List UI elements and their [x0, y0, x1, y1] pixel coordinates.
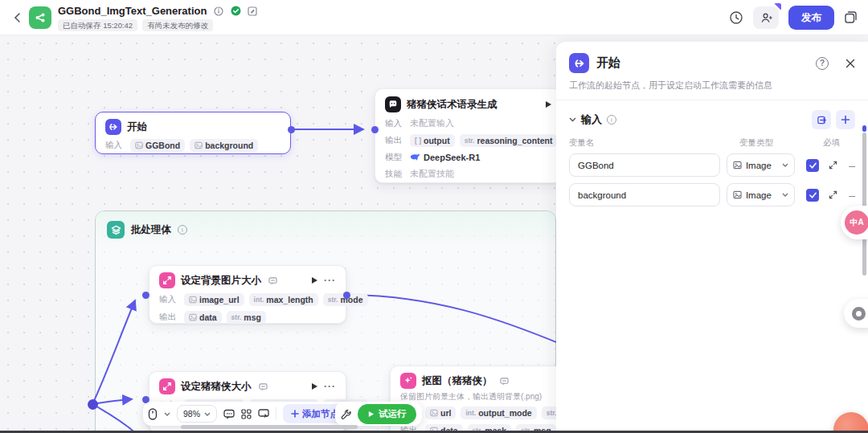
panel-scrollbar[interactable]	[862, 133, 866, 276]
resize-bg-title: 设定背景图片大小	[181, 274, 261, 288]
var-tag[interactable]: int.output_mode	[461, 406, 536, 419]
panel-scrollbar-marker	[862, 125, 866, 132]
batch-title: 批处理体	[131, 223, 171, 237]
input-section-title: 输入	[581, 112, 602, 127]
expand-row-icon[interactable]	[829, 161, 837, 170]
more-menu-icon[interactable]: ···	[324, 381, 336, 392]
skill-not-configured: 未配置技能	[410, 168, 454, 180]
publish-button[interactable]: 发布	[788, 6, 834, 30]
resize-node-icon	[159, 272, 175, 288]
wrench-icon[interactable]	[341, 409, 351, 419]
var-tag[interactable]: background	[190, 139, 258, 152]
ring-icon	[852, 307, 866, 321]
comment-badge-icon	[500, 377, 509, 386]
expand-row-icon[interactable]	[829, 190, 837, 199]
variable-name-input[interactable]	[569, 153, 720, 177]
matting-node-icon	[400, 373, 416, 389]
run-node-icon[interactable]	[544, 100, 552, 108]
mouse-mode-icon[interactable]	[148, 408, 158, 420]
var-tag[interactable]: url	[425, 406, 456, 419]
variable-type-select[interactable]: Image	[727, 153, 795, 177]
image-type-icon	[189, 296, 197, 304]
deepseek-whale-icon	[410, 153, 420, 161]
input-row-label: 输入	[385, 118, 405, 129]
skill-row-label: 技能	[385, 169, 405, 180]
zoom-select[interactable]: 98%	[177, 405, 217, 423]
translate-fab[interactable]: 中A	[841, 206, 868, 239]
chevron-down-icon[interactable]	[569, 117, 576, 122]
resize-node-icon	[159, 378, 175, 394]
minimap-icon[interactable]	[258, 409, 269, 419]
var-tag[interactable]: [ ]output	[410, 134, 455, 147]
collab-flag-badge	[774, 3, 781, 10]
start-output-port[interactable]	[288, 126, 295, 133]
image-type-icon	[733, 190, 742, 199]
edit-title-icon[interactable]	[248, 6, 257, 16]
resize-bg-output-port[interactable]	[343, 292, 350, 299]
var-tag[interactable]: str.reasoning_content	[460, 134, 558, 147]
var-tag[interactable]: GGBond	[130, 139, 185, 152]
variable-type-select[interactable]: Image	[727, 183, 795, 206]
run-node-icon[interactable]	[310, 276, 318, 284]
comment-tool-icon[interactable]	[223, 409, 235, 419]
remove-row-icon[interactable]: –	[849, 161, 855, 170]
required-checkbox[interactable]	[806, 159, 819, 172]
horizontal-scrollbar[interactable]	[181, 425, 358, 429]
var-tag[interactable]: image_url	[184, 293, 244, 306]
var-tag[interactable]: data	[184, 311, 222, 324]
batch-input-hub-port[interactable]	[88, 399, 98, 410]
resize-bg-input-port[interactable]	[142, 292, 149, 299]
run-node-icon[interactable]	[310, 382, 318, 390]
image-type-icon	[194, 141, 203, 149]
back-button[interactable]	[11, 11, 24, 24]
llm-input-port[interactable]	[371, 126, 379, 133]
comment-badge-icon	[268, 276, 277, 285]
plus-icon	[841, 115, 850, 125]
chevron-down-icon[interactable]	[164, 412, 170, 416]
info-icon[interactable]	[214, 6, 223, 16]
variable-type-value: Image	[746, 190, 778, 200]
var-tag[interactable]: str.msg	[227, 311, 266, 324]
close-icon[interactable]	[845, 59, 855, 68]
resize-pig-title: 设定猪猪侠大小	[181, 380, 252, 394]
import-variables-button[interactable]	[812, 110, 831, 129]
workflow-title-row: GGBond_ImgText_Generation	[58, 5, 257, 17]
chevron-down-icon	[782, 163, 788, 167]
plus-icon	[291, 410, 299, 418]
column-variable-type: 变量类型	[739, 137, 823, 149]
history-icon[interactable]	[729, 10, 743, 25]
required-checkbox[interactable]	[806, 189, 819, 202]
var-tag[interactable]: int.max_length	[249, 293, 318, 306]
batch-layers-icon	[107, 221, 125, 239]
variable-row: Image –	[556, 183, 868, 213]
unpublished-changes-badge: 有尚未发布的修改	[142, 19, 213, 31]
start-node-config-panel: 开始 ? 工作流的起始节点，用于设定启动工作流需要的信息 输入 i 变量名 变量…	[556, 42, 868, 433]
input-row-label: 输入	[105, 140, 125, 151]
variable-name-input[interactable]	[569, 183, 720, 206]
check-icon	[809, 192, 817, 198]
locate-fab[interactable]	[844, 299, 868, 328]
test-run-button[interactable]: 试运行	[358, 404, 416, 424]
help-icon[interactable]: ?	[816, 57, 829, 70]
llm-node[interactable]: 猪猪侠话术语录生成 输入 未配置输入 输出 [ ]output str.reas…	[375, 88, 563, 183]
workflow-app-icon	[29, 6, 51, 29]
variable-row: Image –	[556, 153, 868, 183]
llm-node-title: 猪猪侠话术语录生成	[407, 98, 497, 112]
canvas-toolbar: 98% 添加节点	[143, 402, 352, 426]
image-type-icon	[733, 161, 742, 170]
collaboration-button[interactable]	[753, 6, 779, 29]
duplicate-window-icon[interactable]	[844, 10, 858, 25]
output-row-label: 输出	[385, 135, 405, 146]
translate-icon: 中A	[845, 210, 868, 235]
info-icon: i	[607, 115, 616, 125]
input-not-configured: 未配置输入	[410, 117, 454, 129]
remove-row-icon[interactable]: –	[849, 191, 855, 199]
image-type-icon	[430, 409, 438, 417]
check-icon	[809, 162, 817, 169]
more-menu-icon[interactable]: ···	[324, 275, 336, 286]
layout-grid-icon[interactable]	[241, 409, 252, 419]
matting-title: 抠图（猪猪侠）	[422, 374, 493, 388]
resize-bg-node[interactable]: 设定背景图片大小 ··· 输入 image_url int.max_length…	[149, 265, 346, 324]
add-variable-button[interactable]	[836, 110, 855, 129]
start-node[interactable]: 开始 输入 GGBond background	[95, 112, 291, 154]
